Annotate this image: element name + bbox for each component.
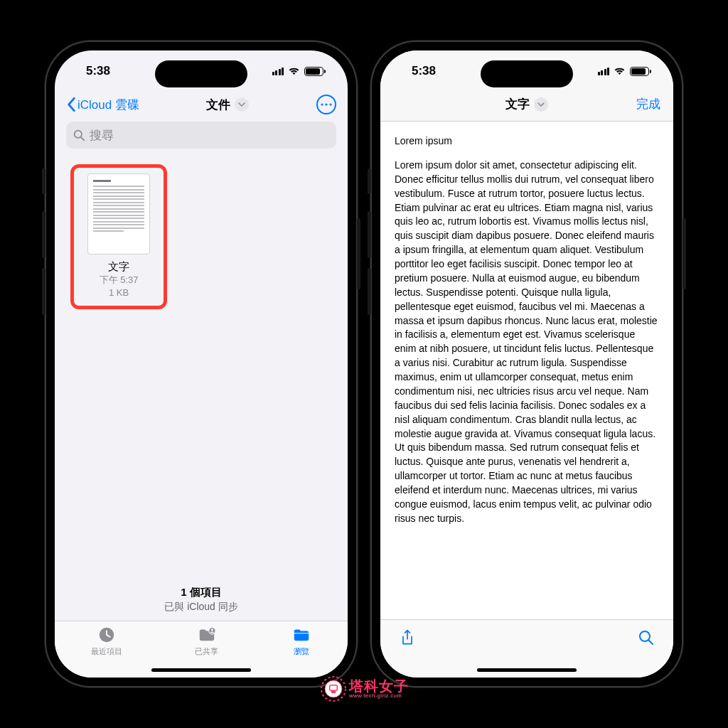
file-item-highlighted[interactable]: 文字 下午 5:37 1 KB bbox=[70, 164, 167, 309]
dynamic-island bbox=[155, 60, 247, 87]
signal-icon bbox=[598, 68, 610, 75]
chevron-down-icon bbox=[235, 97, 249, 112]
folder-icon bbox=[291, 626, 311, 644]
nav-title[interactable]: 文字 bbox=[505, 96, 548, 112]
nav-title[interactable]: 文件 bbox=[206, 97, 249, 113]
wifi-icon bbox=[614, 67, 626, 75]
watermark-url: www.tech-girlz.com bbox=[349, 693, 409, 699]
tab-browse[interactable]: 瀏覽 bbox=[291, 626, 311, 678]
shared-folder-icon bbox=[197, 626, 217, 644]
share-icon bbox=[399, 629, 416, 646]
svg-line-4 bbox=[81, 137, 84, 140]
svg-point-1 bbox=[325, 103, 327, 105]
search-icon bbox=[73, 129, 85, 141]
phone-frame-left: 5:38 iCloud 雲碟 文件 搜尋 bbox=[45, 41, 358, 687]
chevron-left-icon bbox=[66, 97, 76, 112]
svg-point-7 bbox=[211, 629, 213, 631]
svg-rect-12 bbox=[329, 685, 338, 691]
bottom-toolbar bbox=[380, 619, 673, 658]
file-size: 1 KB bbox=[78, 287, 159, 299]
sync-status: 已與 iCloud 同步 bbox=[55, 601, 348, 614]
status-time: 5:38 bbox=[412, 64, 436, 78]
home-indicator[interactable] bbox=[151, 668, 251, 672]
share-button[interactable] bbox=[399, 629, 416, 649]
text-content[interactable]: Lorem ipsum Lorem ipsum dolor sit amet, … bbox=[380, 122, 673, 619]
status-time: 5:38 bbox=[86, 64, 110, 78]
nav-bar: iCloud 雲碟 文件 bbox=[55, 92, 348, 122]
file-thumbnail bbox=[87, 173, 150, 255]
file-name: 文字 bbox=[78, 260, 159, 274]
paragraph-2: Lorem ipsum dolor sit amet, consectetur … bbox=[395, 159, 659, 526]
svg-point-3 bbox=[75, 130, 82, 137]
clock-icon bbox=[97, 626, 117, 644]
folder-summary: 1 個項目 已與 iCloud 同步 bbox=[55, 582, 348, 621]
home-indicator[interactable] bbox=[477, 668, 577, 672]
file-grid: 文字 下午 5:37 1 KB bbox=[55, 156, 348, 582]
svg-rect-14 bbox=[331, 691, 336, 693]
done-button[interactable]: 完成 bbox=[636, 96, 660, 112]
chevron-down-icon bbox=[534, 97, 548, 112]
phone-frame-right: 5:38 文字 完成 Lorem ipsum Lorem ipsum bbox=[370, 41, 683, 687]
text-viewer-screen: 5:38 文字 完成 Lorem ipsum Lorem ipsum bbox=[380, 50, 673, 678]
svg-point-2 bbox=[329, 103, 331, 105]
svg-line-9 bbox=[649, 640, 653, 644]
search-icon bbox=[638, 629, 655, 646]
dynamic-island bbox=[481, 60, 573, 87]
item-count: 1 個項目 bbox=[55, 586, 348, 599]
back-button[interactable]: iCloud 雲碟 bbox=[66, 97, 139, 113]
files-app-screen: 5:38 iCloud 雲碟 文件 搜尋 bbox=[55, 50, 348, 678]
battery-icon bbox=[630, 67, 649, 76]
search-button[interactable] bbox=[638, 629, 655, 649]
file-time: 下午 5:37 bbox=[78, 274, 159, 287]
svg-point-0 bbox=[321, 103, 323, 105]
wifi-icon bbox=[288, 67, 300, 75]
tab-recent[interactable]: 最近項目 bbox=[91, 626, 122, 678]
battery-icon bbox=[304, 67, 323, 76]
paragraph-1: Lorem ipsum bbox=[395, 134, 659, 149]
nav-bar: 文字 完成 bbox=[380, 92, 673, 121]
signal-icon bbox=[272, 68, 284, 75]
svg-rect-13 bbox=[331, 686, 337, 690]
search-placeholder: 搜尋 bbox=[90, 127, 114, 144]
back-label: iCloud 雲碟 bbox=[77, 97, 139, 113]
more-button[interactable] bbox=[316, 95, 336, 114]
ellipsis-icon bbox=[321, 103, 332, 106]
search-input[interactable]: 搜尋 bbox=[66, 122, 336, 149]
